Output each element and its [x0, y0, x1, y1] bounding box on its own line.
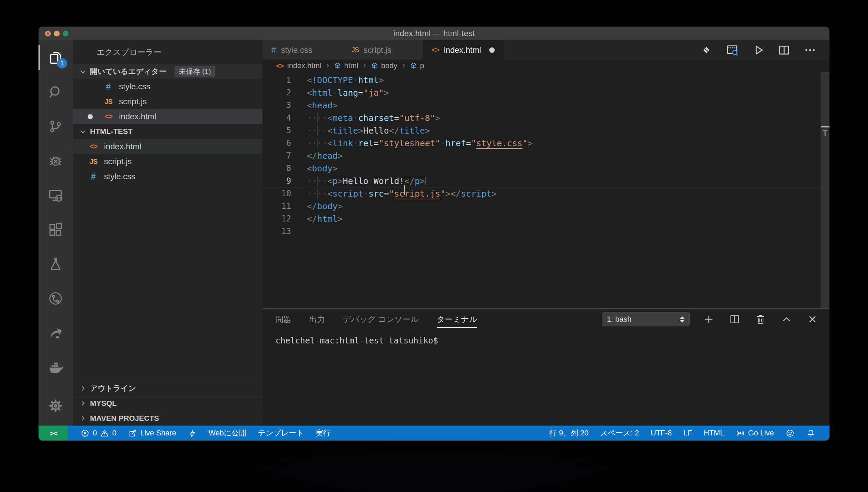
remote-indicator[interactable]: >< [39, 426, 68, 441]
vscode-window: index.html — html-test 1 [39, 27, 829, 441]
kill-terminal-icon[interactable] [754, 312, 767, 326]
activity-pull-request[interactable] [39, 281, 73, 316]
close-window-button[interactable] [45, 31, 51, 36]
js-file-icon: JS [103, 98, 114, 106]
css-file-icon: # [103, 82, 114, 92]
tab-script.js[interactable]: JSscript.js [343, 40, 423, 60]
status-lightning[interactable] [182, 426, 203, 441]
status-run[interactable]: 実行 [310, 426, 336, 441]
line-number: 6 [263, 137, 307, 150]
activity-extensions[interactable] [39, 212, 73, 247]
activity-docker[interactable] [39, 350, 73, 384]
split-editor-icon[interactable] [777, 43, 791, 57]
maximize-panel-icon[interactable] [780, 312, 793, 326]
status-language-mode[interactable]: HTML [698, 426, 730, 441]
activity-search[interactable] [39, 75, 73, 109]
tab-label: index.html [444, 45, 481, 55]
terminal-select[interactable]: 1: bash [602, 312, 690, 326]
close-panel-icon[interactable] [806, 312, 819, 326]
status-publish-web[interactable]: Webに公開 [203, 426, 252, 441]
status-feedback[interactable] [780, 426, 800, 441]
section-maven-projects[interactable]: MAVEN PROJECTS [73, 411, 263, 426]
html-file-icon: <> [276, 62, 283, 70]
code-line-5[interactable]: 5····<title>Hello</title> [263, 124, 829, 137]
code-line-7[interactable]: 7</head> [263, 150, 829, 162]
section-project[interactable]: HTML-TEST [73, 124, 263, 139]
code-line-9[interactable]: 9····<p>Hello·World!</p> [263, 175, 829, 187]
breadcrumb-item-index.html[interactable]: <>index.html [276, 61, 321, 70]
code-line-12[interactable]: 12</html> [263, 213, 829, 225]
new-terminal-icon[interactable] [702, 312, 716, 326]
status-live-share[interactable]: Live Share [122, 426, 182, 441]
code-line-1[interactable]: 1<!DOCTYPE·html> [263, 74, 829, 87]
panel-header: 問題出力デバッグ コンソールターミナル 1: bash [263, 309, 829, 330]
window-title: index.html — html-test [393, 29, 475, 38]
activity-debug[interactable] [39, 143, 73, 178]
code-line-2[interactable]: 2<html·lang="ja"> [263, 87, 829, 99]
title-bar: index.html — html-test [39, 27, 829, 40]
sidebar-explorer: エクスプローラー 開いているエディター 未保存 (1) #style.cssJS… [73, 40, 263, 426]
activity-bar: 1 [39, 40, 73, 426]
code-line-10[interactable]: 10····<script·src="script.js"></script> [263, 187, 829, 200]
css-file-icon: # [88, 172, 99, 182]
breadcrumb-item-p[interactable]: p [410, 61, 424, 70]
code-line-8[interactable]: 8<body> [263, 162, 829, 175]
line-number: 8 [263, 162, 307, 175]
panel-tab-デバッグ コンソール[interactable]: デバッグ コンソール [343, 309, 419, 330]
tab-index.html[interactable]: <>index.html [423, 40, 504, 60]
tree-item-style.css[interactable]: #style.css [73, 169, 263, 184]
section-アウトライン[interactable]: アウトライン [73, 381, 263, 396]
code-line-11[interactable]: 11</body> [263, 200, 829, 213]
code-line-4[interactable]: 4····<meta·charset="utf-8"> [263, 112, 829, 124]
open-preview-icon[interactable] [725, 43, 739, 57]
breadcrumb-label: html [344, 61, 358, 70]
section-mysql[interactable]: MYSQL [73, 396, 263, 411]
code-line-13[interactable]: 13 [263, 225, 829, 238]
code-line-3[interactable]: 3<head> [263, 99, 829, 112]
code-editor[interactable]: T 1<!DOCTYPE·html>2<html·lang="ja">3<hea… [263, 72, 829, 308]
panel-tab-出力[interactable]: 出力 [309, 309, 325, 330]
activity-source-control[interactable] [39, 109, 73, 143]
lightning-icon [188, 429, 197, 438]
git-compare-icon[interactable] [699, 43, 714, 57]
live-share-icon [128, 429, 137, 438]
activity-settings[interactable] [39, 388, 73, 423]
activity-remote-explorer[interactable] [39, 178, 73, 212]
breadcrumb-separator: › [402, 60, 405, 71]
minimize-window-button[interactable] [54, 31, 60, 36]
beaker-icon [48, 256, 63, 272]
file-name: style.css [104, 172, 135, 181]
status-go-live[interactable]: Go Live [730, 426, 780, 441]
open-editor-item-script.js[interactable]: JSscript.js [73, 94, 263, 109]
run-icon[interactable] [751, 43, 765, 57]
js-file-icon: JS [351, 46, 359, 54]
status-problems[interactable]: 00 [75, 426, 122, 441]
breadcrumb-item-html[interactable]: html [334, 61, 358, 70]
status-notifications[interactable] [800, 426, 821, 441]
status-cursor-position[interactable]: 行 9、列 20 [543, 426, 594, 441]
code-line-6[interactable]: 6····<link·rel="stylesheet"·href="style.… [263, 137, 829, 150]
open-editor-item-style.css[interactable]: #style.css [73, 79, 263, 94]
docker-whale-icon [48, 359, 63, 375]
activity-share[interactable] [39, 316, 73, 350]
tab-style.css[interactable]: #style.css [263, 40, 343, 60]
status-right: 行 9、列 20スペース: 2UTF-8LFHTMLGo Live [543, 426, 821, 441]
activity-explorer[interactable]: 1 [39, 40, 73, 75]
panel-tab-問題[interactable]: 問題 [275, 309, 291, 330]
split-terminal-icon[interactable] [728, 312, 742, 326]
status-eol[interactable]: LF [678, 426, 698, 441]
status-indentation[interactable]: スペース: 2 [594, 426, 645, 441]
panel-tab-ターミナル[interactable]: ターミナル [437, 309, 478, 330]
section-open-editors[interactable]: 開いているエディター 未保存 (1) [73, 64, 263, 79]
tree-item-index.html[interactable]: <>index.html [73, 139, 263, 154]
status-encoding[interactable]: UTF-8 [645, 426, 677, 441]
activity-test[interactable] [39, 247, 73, 281]
unsaved-badge: 未保存 (1) [175, 66, 215, 77]
open-editor-item-index.html[interactable]: <>index.html [73, 109, 263, 124]
status-template[interactable]: テンプレート [252, 426, 310, 441]
more-actions-icon[interactable] [803, 43, 817, 57]
maximize-window-button[interactable] [63, 31, 69, 36]
terminal-output[interactable]: chelchel-mac:html-test tatsuhiko$ [263, 330, 829, 426]
tree-item-script.js[interactable]: JSscript.js [73, 154, 263, 169]
breadcrumb-item-body[interactable]: body [371, 61, 398, 70]
